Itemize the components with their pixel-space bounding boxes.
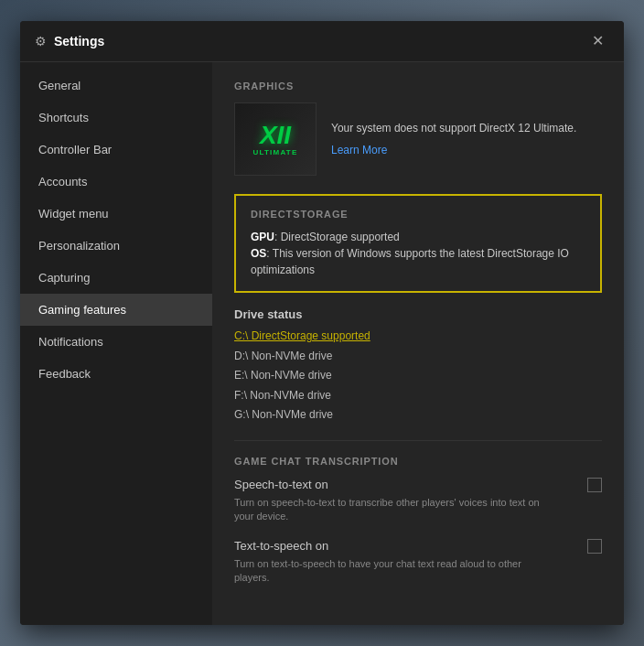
drive-item: E:\ Non-NVMe drive — [234, 366, 602, 386]
settings-modal: ⚙ Settings ✕ GeneralShortcutsController … — [20, 21, 624, 625]
game-chat-title: GAME CHAT TRANSCRIPTION — [234, 456, 602, 467]
text-to-speech-title: Text-to-speech on — [234, 539, 328, 553]
modal-title: Settings — [54, 34, 586, 48]
drive-status: Drive status C:\ DirectStorage supported… — [234, 307, 602, 425]
drive-item: D:\ Non-NVMe drive — [234, 347, 602, 367]
ds-os-line: OS: This version of Windows supports the… — [251, 245, 585, 278]
sidebar-item-accounts[interactable]: Accounts — [20, 166, 212, 198]
gear-icon: ⚙ — [35, 34, 47, 48]
ds-gpu-value: : DirectStorage supported — [274, 231, 400, 243]
divider-1 — [234, 440, 602, 441]
text-to-speech-option: Text-to-speech on Turn on text-to-speech… — [234, 539, 602, 586]
ds-gpu-label: GPU — [251, 231, 274, 243]
directx-logo: XII ULTIMATE — [234, 102, 317, 176]
directx-logo-dx: XII — [253, 123, 298, 148]
sidebar-item-notifications[interactable]: Notifications — [20, 326, 212, 358]
directstorage-box: DIRECTSTORAGE GPU: DirectStorage support… — [234, 194, 602, 293]
text-to-speech-desc: Turn on text-to-speech to have your chat… — [234, 557, 545, 586]
game-chat-section: GAME CHAT TRANSCRIPTION Speech-to-text o… — [234, 456, 602, 586]
sidebar-item-shortcuts[interactable]: Shortcuts — [20, 102, 212, 134]
learn-more-link[interactable]: Learn More — [331, 144, 387, 156]
modal-header: ⚙ Settings ✕ — [20, 21, 624, 62]
text-to-speech-checkbox[interactable] — [587, 539, 602, 554]
close-button[interactable]: ✕ — [586, 32, 609, 50]
drive-item: G:\ Non-NVMe drive — [234, 405, 602, 425]
drives-list: C:\ DirectStorage supportedD:\ Non-NVMe … — [234, 327, 602, 425]
ds-os-label: OS — [251, 247, 266, 260]
speech-to-text-title: Speech-to-text on — [234, 478, 328, 491]
directx-card: XII ULTIMATE Your system does not suppor… — [234, 102, 602, 176]
directx-message: Your system does not support DirectX 12 … — [331, 121, 602, 136]
sidebar-item-general[interactable]: General — [20, 70, 212, 102]
sidebar-item-widget-menu[interactable]: Widget menu — [20, 198, 212, 230]
directstorage-title: DIRECTSTORAGE — [251, 209, 585, 220]
modal-body: GeneralShortcutsController BarAccountsWi… — [20, 62, 624, 625]
graphics-section-title: GRAPHICS — [234, 81, 602, 92]
speech-to-text-checkbox[interactable] — [587, 478, 602, 492]
ds-os-value: : This version of Windows supports the l… — [251, 247, 569, 276]
sidebar-item-controller-bar[interactable]: Controller Bar — [20, 134, 212, 166]
sidebar-item-personalization[interactable]: Personalization — [20, 230, 212, 262]
sidebar-item-feedback[interactable]: Feedback — [20, 358, 212, 390]
sidebar-item-capturing[interactable]: Capturing — [20, 262, 212, 294]
main-content: GRAPHICS XII ULTIMATE Your system does n… — [212, 62, 624, 625]
directx-info: Your system does not support DirectX 12 … — [331, 121, 602, 158]
sidebar-item-gaming-features[interactable]: Gaming features — [20, 294, 212, 326]
directx-logo-label: ULTIMATE — [253, 148, 298, 156]
sidebar: GeneralShortcutsController BarAccountsWi… — [20, 62, 212, 625]
drive-item: C:\ DirectStorage supported — [234, 327, 602, 347]
drive-item: F:\ Non-NVMe drive — [234, 386, 602, 406]
speech-to-text-desc: Turn on speech-to-text to transcribe oth… — [234, 496, 545, 524]
drive-status-title: Drive status — [234, 307, 602, 321]
ds-gpu-line: GPU: DirectStorage supported — [251, 229, 585, 245]
speech-to-text-option: Speech-to-text on Turn on speech-to-text… — [234, 478, 602, 524]
